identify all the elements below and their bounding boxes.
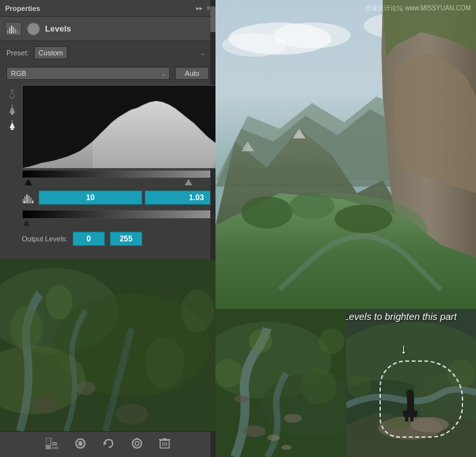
svg-rect-45 — [163, 438, 167, 440]
channel-row: RGB Auto — [0, 64, 215, 82]
right-panel: 思缘设计论坛 www.MISSYUAN.COM — [215, 0, 476, 457]
histogram-section: 10 1.03 202 Output Levels: 0 255 — [0, 82, 215, 259]
svg-rect-0 — [7, 30, 8, 33]
svg-point-78 — [267, 434, 280, 441]
preset-select[interactable]: Custom — [34, 46, 68, 59]
svg-point-31 — [10, 306, 42, 350]
levels-panel-icon — [5, 22, 22, 36]
preset-label: Preset: — [6, 49, 29, 57]
svg-point-65 — [241, 196, 293, 228]
svg-rect-5 — [17, 31, 18, 33]
landscape-top — [215, 0, 476, 309]
svg-rect-7 — [11, 97, 14, 99]
svg-rect-4 — [15, 29, 16, 33]
preset-row: Preset: Custom — [0, 41, 215, 64]
scrollbar-thumb[interactable] — [210, 6, 215, 32]
levels-small-icon — [22, 191, 36, 205]
svg-rect-19 — [30, 198, 32, 203]
svg-rect-35 — [46, 438, 51, 445]
svg-point-29 — [76, 382, 96, 395]
output-label: Output Levels: — [22, 235, 68, 243]
visibility-icon[interactable] — [27, 23, 40, 35]
svg-rect-18 — [28, 196, 30, 203]
white-eyedropper[interactable] — [6, 120, 18, 131]
black-output-slider[interactable] — [23, 220, 30, 226]
black-input-slider[interactable] — [24, 179, 32, 185]
mid-input-slider[interactable] — [185, 179, 192, 185]
svg-point-67 — [334, 205, 392, 233]
svg-point-52 — [222, 33, 286, 57]
svg-rect-6 — [19, 32, 20, 33]
svg-point-76 — [300, 368, 336, 404]
svg-point-77 — [318, 328, 344, 354]
svg-marker-14 — [93, 102, 220, 168]
gray-eyedropper[interactable] — [6, 104, 18, 116]
svg-point-34 — [181, 290, 214, 333]
svg-point-79 — [281, 445, 291, 450]
svg-point-33 — [145, 337, 184, 388]
expand-icon[interactable]: ▸▸ — [196, 5, 203, 12]
svg-point-66 — [289, 193, 334, 219]
svg-point-71 — [243, 425, 266, 437]
annotation-arrow: ↓ — [400, 340, 407, 357]
svg-point-28 — [33, 397, 59, 415]
main-container: Properties ▸▸ ≡ Le — [0, 0, 476, 457]
eyedropper-column — [6, 85, 18, 257]
view-button[interactable] — [71, 435, 89, 454]
bottom-toolbar — [0, 431, 215, 457]
left-panel: Properties ▸▸ ≡ Le — [0, 0, 215, 457]
black-eyedropper[interactable] — [6, 89, 18, 100]
svg-point-93 — [347, 375, 370, 398]
header-icons: ▸▸ ≡ — [196, 5, 210, 12]
svg-rect-11 — [11, 128, 14, 130]
black-output-input[interactable]: 0 — [73, 232, 105, 246]
svg-point-72 — [284, 414, 302, 423]
svg-point-40 — [133, 439, 142, 448]
white-output-input[interactable]: 255 — [110, 232, 142, 246]
bottom-right-landscape: Apply Levels to brighten this part ↓ — [346, 309, 477, 457]
svg-point-73 — [233, 395, 249, 403]
preset-select-wrapper: Custom — [34, 46, 209, 59]
apply-mask-button[interactable] — [43, 435, 61, 454]
svg-rect-36 — [46, 445, 51, 449]
watermark: 思缘设计论坛 www.MISSYUAN.COM — [365, 4, 471, 13]
svg-point-74 — [215, 359, 243, 387]
levels-header: Levels — [0, 17, 215, 41]
undo-button[interactable] — [100, 435, 118, 454]
svg-point-75 — [249, 330, 272, 353]
svg-point-32 — [46, 285, 73, 319]
auto-button[interactable]: Auto — [175, 67, 209, 80]
svg-point-30 — [115, 404, 148, 424]
svg-point-38 — [78, 442, 82, 445]
svg-rect-3 — [13, 27, 14, 33]
properties-header: Properties ▸▸ ≡ — [0, 0, 215, 17]
selection-indicator — [380, 360, 463, 438]
levels-title: Levels — [45, 24, 71, 33]
annotation-text: Apply Levels to brighten this part — [346, 311, 457, 322]
black-level-input[interactable]: 10 — [39, 191, 142, 205]
channel-select[interactable]: RGB — [6, 67, 170, 80]
properties-title: Properties — [5, 5, 40, 12]
svg-rect-17 — [26, 194, 28, 203]
svg-rect-21 — [23, 203, 33, 203]
left-landscape — [0, 259, 215, 431]
svg-rect-2 — [11, 26, 12, 33]
svg-rect-9 — [11, 113, 14, 115]
svg-point-41 — [135, 442, 139, 445]
bottom-left-landscape — [215, 309, 346, 457]
svg-rect-15 — [23, 199, 24, 203]
channel-select-wrapper: RGB — [6, 67, 170, 80]
delete-button[interactable] — [156, 435, 173, 454]
svg-rect-1 — [9, 28, 10, 33]
landscape-bottom: Apply Levels to brighten this part ↓ — [215, 309, 476, 457]
preview-button[interactable] — [128, 435, 146, 454]
